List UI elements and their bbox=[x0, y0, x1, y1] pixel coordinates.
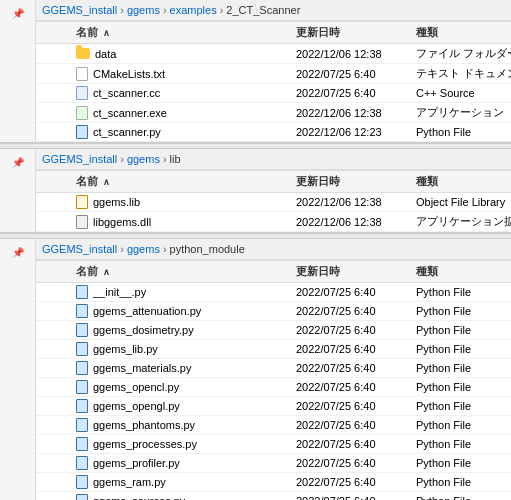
file-name: ggems_dosimetry.py bbox=[93, 324, 194, 336]
file-name: ggems_ram.py bbox=[93, 476, 166, 488]
table-row[interactable]: ggems_profiler.py 2022/07/25 6:40 Python… bbox=[36, 454, 511, 473]
file-date: 2022/07/25 6:40 bbox=[296, 400, 416, 412]
file-name-cell: ggems_lib.py bbox=[76, 342, 296, 356]
file-date: 2022/07/25 6:40 bbox=[296, 68, 416, 80]
file-type: Python File bbox=[416, 400, 511, 412]
breadcrumb: GGEMS_install›ggems›python_module bbox=[36, 239, 511, 260]
file-name-cell: CMakeLists.txt bbox=[76, 67, 296, 81]
table-row[interactable]: ggems_phantoms.py 2022/07/25 6:40 Python… bbox=[36, 416, 511, 435]
file-type: C++ Source bbox=[416, 87, 511, 99]
pin-icon[interactable]: 📌 bbox=[8, 153, 28, 171]
file-name-cell: ggems_processes.py bbox=[76, 437, 296, 451]
sort-arrow: ∧ bbox=[103, 28, 110, 38]
py-icon bbox=[76, 285, 88, 299]
file-date: 2022/07/25 6:40 bbox=[296, 381, 416, 393]
breadcrumb-item[interactable]: ggems bbox=[127, 243, 160, 255]
column-headers: 名前 ∧更新日時 種類 サイズ bbox=[36, 170, 511, 193]
file-date: 2022/07/25 6:40 bbox=[296, 305, 416, 317]
file-name-cell: ggems_profiler.py bbox=[76, 456, 296, 470]
table-row[interactable]: ggems_dosimetry.py 2022/07/25 6:40 Pytho… bbox=[36, 321, 511, 340]
file-name: ggems_processes.py bbox=[93, 438, 197, 450]
breadcrumb: GGEMS_install›ggems›lib bbox=[36, 149, 511, 170]
breadcrumb-sep: › bbox=[120, 4, 124, 16]
breadcrumb-item[interactable]: GGEMS_install bbox=[42, 243, 117, 255]
column-header-更新日時[interactable]: 更新日時 bbox=[296, 264, 416, 279]
file-name-cell: data bbox=[76, 48, 296, 60]
file-name: ggems_opengl.py bbox=[93, 400, 180, 412]
file-name: ct_scanner.cc bbox=[93, 87, 160, 99]
py-icon bbox=[76, 494, 88, 500]
column-header-名前[interactable]: 名前 ∧ bbox=[76, 25, 296, 40]
file-pane-python_module: 📌 GGEMS_install›ggems›python_module 名前 ∧… bbox=[0, 239, 511, 500]
breadcrumb-current: python_module bbox=[170, 243, 245, 255]
py-icon bbox=[76, 418, 88, 432]
file-type: Python File bbox=[416, 419, 511, 431]
txt-icon bbox=[76, 67, 88, 81]
column-header-更新日時[interactable]: 更新日時 bbox=[296, 174, 416, 189]
table-row[interactable]: ggems_ram.py 2022/07/25 6:40 Python File… bbox=[36, 473, 511, 492]
table-row[interactable]: ct_scanner.exe 2022/12/06 12:38 アプリケーション… bbox=[36, 103, 511, 123]
file-type: Python File bbox=[416, 305, 511, 317]
breadcrumb-sep: › bbox=[163, 243, 167, 255]
exe-icon bbox=[76, 106, 88, 120]
breadcrumb-item[interactable]: examples bbox=[170, 4, 217, 16]
file-name: ggems_lib.py bbox=[93, 343, 158, 355]
file-name: ggems_materials.py bbox=[93, 362, 191, 374]
table-row[interactable]: ggems_sources.py 2022/07/25 6:40 Python … bbox=[36, 492, 511, 500]
folder-icon bbox=[76, 48, 90, 59]
file-name-cell: ggems_phantoms.py bbox=[76, 418, 296, 432]
column-headers: 名前 ∧更新日時 種類 サイズ bbox=[36, 21, 511, 44]
pane-content: GGEMS_install›ggems›examples›2_CT_Scanne… bbox=[36, 0, 511, 142]
file-type: Python File bbox=[416, 438, 511, 450]
column-header-種類[interactable]: 種類 bbox=[416, 25, 511, 40]
table-row[interactable]: ggems_opengl.py 2022/07/25 6:40 Python F… bbox=[36, 397, 511, 416]
table-row[interactable]: ggems_processes.py 2022/07/25 6:40 Pytho… bbox=[36, 435, 511, 454]
file-date: 2022/07/25 6:40 bbox=[296, 419, 416, 431]
py-icon bbox=[76, 399, 88, 413]
left-nav: 📌 bbox=[0, 149, 36, 232]
file-name: ggems_profiler.py bbox=[93, 457, 180, 469]
breadcrumb-item[interactable]: ggems bbox=[127, 4, 160, 16]
breadcrumb-item[interactable]: GGEMS_install bbox=[42, 153, 117, 165]
file-date: 2022/12/06 12:38 bbox=[296, 196, 416, 208]
file-date: 2022/07/25 6:40 bbox=[296, 343, 416, 355]
file-date: 2022/07/25 6:40 bbox=[296, 87, 416, 99]
pin-icon[interactable]: 📌 bbox=[8, 4, 28, 22]
breadcrumb-sep: › bbox=[220, 4, 224, 16]
table-row[interactable]: ggems_attenuation.py 2022/07/25 6:40 Pyt… bbox=[36, 302, 511, 321]
table-row[interactable]: ct_scanner.cc 2022/07/25 6:40 C++ Source… bbox=[36, 84, 511, 103]
table-row[interactable]: ggems_materials.py 2022/07/25 6:40 Pytho… bbox=[36, 359, 511, 378]
column-header-名前[interactable]: 名前 ∧ bbox=[76, 174, 296, 189]
file-date: 2022/07/25 6:40 bbox=[296, 476, 416, 488]
table-row[interactable]: CMakeLists.txt 2022/07/25 6:40 テキスト ドキュメ… bbox=[36, 64, 511, 84]
table-row[interactable]: data 2022/12/06 12:38 ファイル フォルダー bbox=[36, 44, 511, 64]
file-type: Python File bbox=[416, 457, 511, 469]
breadcrumb-sep: › bbox=[120, 153, 124, 165]
breadcrumb-sep: › bbox=[163, 4, 167, 16]
table-row[interactable]: ct_scanner.py 2022/12/06 12:23 Python Fi… bbox=[36, 123, 511, 142]
pin-icon[interactable]: 📌 bbox=[8, 243, 28, 261]
breadcrumb-current: 2_CT_Scanner bbox=[226, 4, 300, 16]
file-name-cell: ggems_ram.py bbox=[76, 475, 296, 489]
file-type: Python File bbox=[416, 362, 511, 374]
table-row[interactable]: __init__.py 2022/07/25 6:40 Python File … bbox=[36, 283, 511, 302]
file-name-cell: ct_scanner.cc bbox=[76, 86, 296, 100]
file-name-cell: ggems_materials.py bbox=[76, 361, 296, 375]
column-header-種類[interactable]: 種類 bbox=[416, 174, 511, 189]
breadcrumb-item[interactable]: ggems bbox=[127, 153, 160, 165]
column-header-名前[interactable]: 名前 ∧ bbox=[76, 264, 296, 279]
column-header-種類[interactable]: 種類 bbox=[416, 264, 511, 279]
breadcrumb-item[interactable]: GGEMS_install bbox=[42, 4, 117, 16]
table-row[interactable]: libggems.dll 2022/12/06 12:38 アプリケーション拡張… bbox=[36, 212, 511, 232]
breadcrumb-current: lib bbox=[170, 153, 181, 165]
file-name: ggems_opencl.py bbox=[93, 381, 179, 393]
file-pane-lib: 📌 GGEMS_install›ggems›lib 名前 ∧更新日時 種類 サイ… bbox=[0, 149, 511, 233]
file-type: テキスト ドキュメント bbox=[416, 66, 511, 81]
dll-icon bbox=[76, 215, 88, 229]
table-row[interactable]: ggems.lib 2022/12/06 12:38 Object File L… bbox=[36, 193, 511, 212]
column-header-更新日時[interactable]: 更新日時 bbox=[296, 25, 416, 40]
file-type: Python File bbox=[416, 381, 511, 393]
file-name-cell: libggems.dll bbox=[76, 215, 296, 229]
table-row[interactable]: ggems_lib.py 2022/07/25 6:40 Python File… bbox=[36, 340, 511, 359]
table-row[interactable]: ggems_opencl.py 2022/07/25 6:40 Python F… bbox=[36, 378, 511, 397]
